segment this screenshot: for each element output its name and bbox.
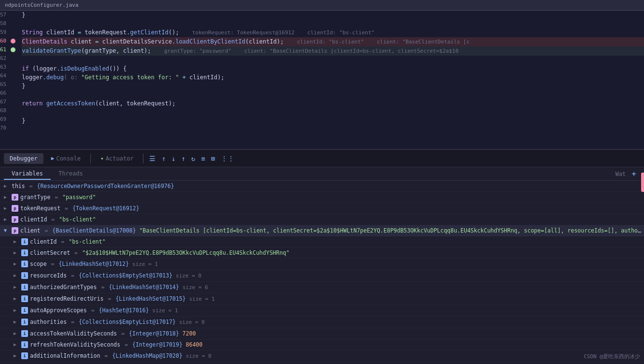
badge-i-clientSecret: i — [21, 249, 28, 256]
code-line-65: } — [22, 82, 644, 90]
step-over-icon[interactable]: ↑ — [159, 154, 167, 163]
code-line-67: return getAccessToken(client, tokenReque… — [22, 99, 644, 108]
expand-arrow-client[interactable]: ▼ — [4, 226, 10, 233]
badge-p-grantType: p — [12, 194, 18, 201]
console-tab-label: Console — [56, 155, 81, 162]
step-out-icon[interactable]: ↑ — [179, 154, 187, 163]
var-content-clientId-child: clientId = "bs-client" — [30, 237, 642, 246]
badge-i-registeredRedirectUris: i — [21, 295, 28, 302]
var-row-scope-child[interactable]: ▶ i scope = {LinkedHashSet@17012} size =… — [0, 259, 644, 270]
actuator-icon: ✦ — [100, 155, 104, 161]
var-content-additionalInfo-child: additionalInformation = {LinkedHashMap@1… — [30, 351, 642, 361]
step-into-icon[interactable]: ↓ — [170, 154, 177, 163]
badge-i-autoApproveScopes: i — [21, 307, 28, 314]
badge-i-accessToken: i — [21, 330, 28, 337]
code-line-61: validateGrantType(grantType, client); gr… — [22, 46, 644, 56]
code-lines: } String clientId = tokenRequest.getClie… — [18, 11, 644, 149]
code-line-62 — [22, 56, 644, 64]
add-watch-button[interactable]: + — [628, 169, 640, 178]
var-row-clientDetailsService[interactable]: ▶ ∞ clientDetailsService = {$Proxy106@16… — [0, 362, 644, 364]
code-line-68 — [22, 108, 644, 116]
badge-p-tokenRequest: p — [12, 205, 18, 212]
breakpoint-green[interactable] — [11, 47, 15, 52]
code-line-57: } — [22, 11, 644, 19]
var-row-clientId-child[interactable]: ▶ i clientId = "bs-client" — [0, 236, 644, 248]
badge-p-clientId: p — [12, 216, 18, 223]
expand-arrow-additionalInfo-child[interactable]: ▶ — [14, 351, 19, 358]
var-content-resourceIds-child: resourceIds = {Collections$EmptySet@1701… — [30, 271, 642, 280]
layout-icon[interactable]: ☰ — [147, 154, 157, 163]
more-icon[interactable]: ⋮⋮ — [219, 154, 236, 163]
file-tab[interactable]: ndpointsConfigurer.java — [0, 0, 644, 11]
var-row-resourceIds-child[interactable]: ▶ i resourceIds = {Collections$EmptySet@… — [0, 270, 644, 282]
watermark: CSDN @爱吃东西的冰少 — [584, 353, 640, 360]
actuator-tab-label: Actuator — [106, 155, 134, 162]
expand-arrow-accessToken-child[interactable]: ▶ — [14, 329, 19, 336]
var-row-clientId[interactable]: ▶ p clientId = "bs-client" — [0, 214, 644, 225]
expand-arrow-refreshToken-child[interactable]: ▶ — [14, 340, 19, 347]
expand-arrow-grantType[interactable]: ▶ — [4, 193, 10, 200]
badge-i-additionalInfo: i — [21, 352, 28, 359]
var-row-autoApproveScopes-child[interactable]: ▶ i autoApproveScopes = {HashSet@17016} … — [0, 305, 644, 317]
var-row-additionalInformation-child[interactable]: ▶ i additionalInformation = {LinkedHashM… — [0, 350, 644, 362]
code-line-58 — [22, 19, 644, 28]
code-line-66 — [22, 90, 644, 99]
line-numbers: 57 58 59 60 61 62 63 64 65 66 67 68 69 7… — [0, 11, 8, 149]
var-content-registeredRedirectUris-child: registeredRedirectUris = {LinkedHashSet@… — [30, 294, 642, 304]
code-line-60: ClientDetails client = clientDetailsServ… — [22, 37, 644, 46]
expand-arrow-registeredRedirectUris-child[interactable]: ▶ — [14, 294, 19, 301]
expand-arrow-authorities-child[interactable]: ▶ — [14, 318, 19, 324]
var-content-client: client = {BaseClientDetails@17008} "Base… — [20, 226, 642, 235]
console-icon: ▶ — [51, 155, 55, 161]
var-row-clientSecret-child[interactable]: ▶ i clientSecret = "$2a$10$HWLtN7peE2YQ.… — [0, 248, 644, 259]
expand-arrow-scope-child[interactable]: ▶ — [14, 260, 19, 266]
var-row-authorizedGrantTypes-child[interactable]: ▶ i authorizedGrantTypes = {LinkedHashSe… — [0, 282, 644, 293]
expand-arrow-autoApproveScopes-child[interactable]: ▶ — [14, 306, 19, 313]
badge-i-authorities: i — [21, 319, 28, 325]
var-content-refreshToken-child: refreshTokenValiditySeconds = {Integer@1… — [30, 340, 642, 349]
debugger-tab-label: Debugger — [10, 155, 38, 162]
toolbar-separator-2 — [143, 154, 143, 163]
expand-arrow-tokenRequest[interactable]: ▶ — [4, 204, 10, 211]
breakpoint-red[interactable] — [11, 39, 15, 44]
tab-actuator[interactable]: ✦ Actuator — [95, 153, 139, 164]
var-content-clientSecret-child: clientSecret = "$2a$10$HWLtN7peE2YQ.E8P9… — [30, 248, 642, 257]
var-row-accessTokenValiditySeconds-child[interactable]: ▶ i accessTokenValiditySeconds = {Intege… — [0, 328, 644, 339]
var-row-client[interactable]: ▼ p client = {BaseClientDetails@17008} "… — [0, 225, 644, 236]
var-row-refreshTokenValiditySeconds-child[interactable]: ▶ i refreshTokenValiditySeconds = {Integ… — [0, 339, 644, 350]
orange-handle[interactable] — [641, 173, 644, 192]
sub-tab-variables[interactable]: Variables — [4, 168, 51, 180]
expand-arrow-authorizedGrantTypes-child[interactable]: ▶ — [14, 283, 19, 290]
badge-i-refreshToken: i — [21, 341, 28, 348]
file-tab-label: ndpointsConfigurer.java — [5, 2, 78, 8]
badge-i-scope: i — [21, 261, 28, 267]
var-row-authorities-child[interactable]: ▶ i authorities = {Collections$EmptyList… — [0, 317, 644, 328]
var-content-accessToken-child: accessTokenValiditySeconds = {Integer@17… — [30, 329, 642, 338]
tab-console[interactable]: ▶ Console — [45, 153, 86, 164]
variables-panel[interactable]: ▶ this = {ResourceOwnerPasswordTokenGran… — [0, 181, 644, 364]
var-row-this[interactable]: ▶ this = {ResourceOwnerPasswordTokenGran… — [0, 181, 644, 192]
var-row-registeredRedirectUris-child[interactable]: ▶ i registeredRedirectUris = {LinkedHash… — [0, 293, 644, 305]
eval-icon[interactable]: ≡ — [199, 154, 207, 163]
var-row-grantType[interactable]: ▶ p grantType = "password" — [0, 192, 644, 203]
var-row-tokenRequest[interactable]: ▶ p tokenRequest = {TokenRequest@16912} — [0, 203, 644, 214]
badge-i-authorizedGrantTypes: i — [21, 284, 28, 291]
expand-arrow-clientId[interactable]: ▶ — [4, 215, 10, 222]
debugger-toolbar: Debugger ▶ Console ✦ Actuator ☰ ↑ ↓ ↑ ↻ … — [0, 150, 644, 167]
expand-arrow-resourceIds-child[interactable]: ▶ — [14, 271, 19, 278]
expand-arrow-clientId-child[interactable]: ▶ — [14, 237, 19, 244]
debugger-panel: Debugger ▶ Console ✦ Actuator ☰ ↑ ↓ ↑ ↻ … — [0, 150, 644, 364]
expand-arrow-clientSecret-child[interactable]: ▶ — [14, 248, 19, 255]
badge-p-client: p — [12, 227, 18, 234]
expand-arrow-this[interactable]: ▶ — [4, 182, 10, 189]
var-content-grantType: grantType = "password" — [20, 193, 642, 202]
toolbar-separator — [90, 154, 91, 163]
sub-tab-threads[interactable]: Threads — [51, 168, 91, 180]
code-line-59: String clientId = tokenRequest.getClient… — [22, 28, 644, 37]
run-to-cursor-icon[interactable]: ↻ — [189, 154, 197, 163]
var-content-scope-child: scope = {LinkedHashSet@17012} size = 1 — [30, 260, 642, 269]
settings-icon[interactable]: ⊞ — [209, 154, 217, 163]
tab-debugger[interactable]: Debugger — [4, 153, 43, 164]
code-line-63: if (logger.isDebugEnabled()) { — [22, 64, 644, 73]
badge-i-resourceIds: i — [21, 272, 28, 279]
